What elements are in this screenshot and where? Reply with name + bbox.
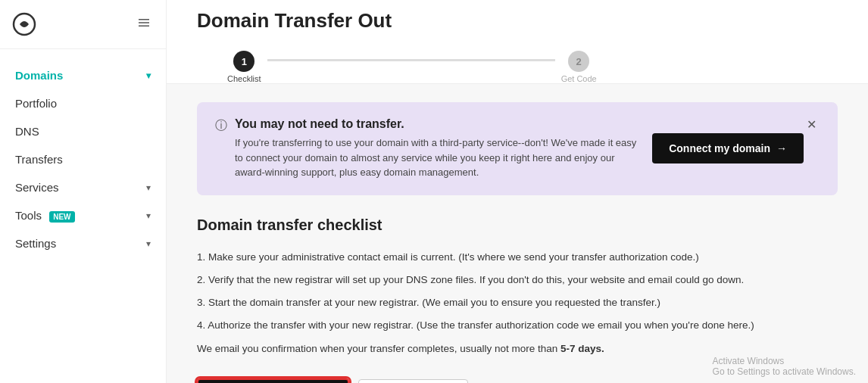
content-area: ⓘ You may not need to transfer. If you'r…	[167, 84, 868, 383]
sidebar: Domains ▾ Portfolio DNS Transfers Servic…	[0, 0, 167, 383]
dns-label: DNS	[15, 125, 39, 138]
step-2: 2 Get Code	[561, 51, 597, 83]
page-title: Domain Transfer Out	[197, 9, 838, 33]
info-circle-icon: ⓘ	[215, 118, 227, 134]
svg-rect-1	[139, 19, 149, 20]
tools-label: Tools	[15, 209, 42, 222]
info-banner-title: You may not need to transfer.	[235, 117, 637, 131]
brand-logo	[12, 12, 36, 36]
watermark-line2: Go to Settings to activate Windows.	[713, 366, 856, 377]
days-bold: 5-7 days.	[560, 343, 604, 354]
settings-chevron-icon: ▾	[146, 238, 151, 249]
checklist-item-2: 2. Verify that the new registrar will se…	[197, 269, 838, 291]
activate-watermark: Activate Windows Go to Settings to activ…	[713, 356, 856, 377]
connect-domain-button[interactable]: Connect my domain →	[652, 133, 804, 163]
step-connector-line	[267, 59, 555, 61]
watermark-line1: Activate Windows	[713, 356, 856, 366]
collapse-sidebar-button[interactable]	[134, 13, 154, 36]
tools-new-badge: NEW	[49, 211, 74, 223]
settings-label: Settings	[15, 237, 56, 250]
sidebar-item-domains[interactable]: Domains ▾	[0, 61, 166, 89]
info-banner-left: ⓘ You may not need to transfer. If you'r…	[215, 117, 637, 180]
sidebar-item-portfolio[interactable]: Portfolio	[0, 89, 166, 117]
main-header: Domain Transfer Out 1 Checklist 2 Get Co…	[167, 0, 868, 84]
domains-label: Domains	[15, 69, 63, 82]
main-content: Domain Transfer Out 1 Checklist 2 Get Co…	[167, 0, 868, 383]
action-buttons: Continue with transfer Cancel transfer	[197, 378, 838, 383]
checklist-item-3: 3. Start the domain transfer at your new…	[197, 291, 838, 314]
services-chevron-icon: ▾	[146, 182, 151, 193]
svg-rect-2	[139, 22, 149, 23]
close-banner-button[interactable]: ✕	[804, 117, 820, 132]
portfolio-label: Portfolio	[15, 97, 57, 110]
info-banner-text: If you're transferring to use your domai…	[235, 135, 637, 180]
checklist-title: Domain transfer checklist	[197, 216, 838, 234]
cancel-transfer-button[interactable]: Cancel transfer	[358, 379, 468, 383]
step-1: 1 Checklist	[227, 51, 261, 83]
tools-chevron-icon: ▾	[146, 210, 151, 221]
step-1-label: Checklist	[227, 74, 261, 83]
stepper: 1 Checklist 2 Get Code	[227, 45, 838, 83]
sidebar-item-settings[interactable]: Settings ▾	[0, 229, 166, 257]
connect-btn-label: Connect my domain	[669, 142, 770, 154]
sidebar-item-transfers[interactable]: Transfers	[0, 145, 166, 173]
sidebar-item-tools[interactable]: Tools NEW ▾	[0, 201, 166, 229]
continue-transfer-button[interactable]: Continue with transfer	[197, 378, 349, 383]
services-label: Services	[15, 181, 59, 194]
step-1-circle: 1	[233, 51, 254, 72]
info-banner-content: You may not need to transfer. If you're …	[235, 117, 637, 180]
checklist-item-4: 4. Authorize the transfer with your new …	[197, 314, 838, 337]
connect-arrow-icon: →	[776, 142, 787, 154]
checklist-item-1: 1. Make sure your administrative contact…	[197, 246, 838, 269]
sidebar-header	[0, 0, 166, 49]
step-2-label: Get Code	[561, 74, 597, 83]
checklist-list: 1. Make sure your administrative contact…	[197, 246, 838, 360]
transfers-label: Transfers	[15, 153, 63, 166]
sidebar-navigation: Domains ▾ Portfolio DNS Transfers Servic…	[0, 49, 166, 269]
domains-chevron-icon: ▾	[146, 70, 151, 81]
sidebar-item-services[interactable]: Services ▾	[0, 173, 166, 201]
svg-rect-3	[139, 25, 149, 26]
step-2-circle: 2	[568, 51, 589, 72]
sidebar-item-dns[interactable]: DNS	[0, 117, 166, 145]
tools-label-wrapper: Tools NEW	[15, 209, 75, 222]
info-banner: ⓘ You may not need to transfer. If you'r…	[197, 102, 838, 195]
